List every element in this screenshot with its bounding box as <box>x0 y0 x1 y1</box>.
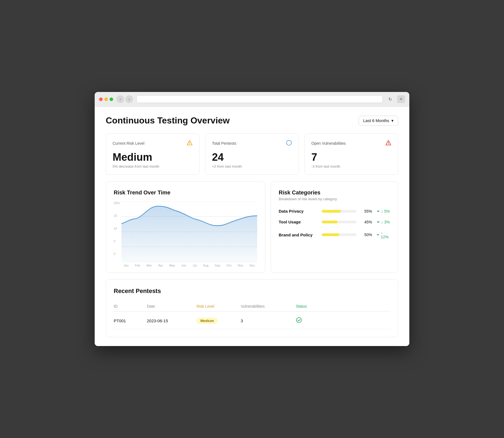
risk-card-label: Current Risk Level <box>113 141 144 146</box>
svg-point-1 <box>189 144 190 145</box>
cell-vulnerabilities: 3 <box>241 318 296 323</box>
x-label-jan: Jan <box>124 264 129 267</box>
svg-point-2 <box>287 140 291 145</box>
browser-dots <box>99 97 113 101</box>
x-label-nov: Nov <box>238 264 243 267</box>
risk-cat-label-tool-usage: Tool Usage <box>279 220 317 224</box>
risk-bar-container-brand-policy <box>322 233 357 236</box>
time-filter-dropdown[interactable]: Last 6 Months ▾ <box>359 116 398 126</box>
checkmark-circle-icon <box>296 317 302 323</box>
risk-categories-title: Risk Categories <box>279 189 390 196</box>
browser-window: ‹ › ↻ + Continuous Testing Overview Last… <box>95 92 409 346</box>
risk-categories-subtitle: Breakdown of risk levels by category <box>279 197 390 201</box>
risk-bar-tool-usage <box>322 221 338 223</box>
trend-area <box>121 206 257 262</box>
current-risk-card: Current Risk Level Medium 5% decrease fr… <box>106 133 200 175</box>
refresh-button[interactable]: ↻ <box>386 95 394 103</box>
page-content: Continuous Testing Overview Last 6 Month… <box>95 107 409 346</box>
x-label-mar: Mar <box>147 264 152 267</box>
x-label-apr: Apr <box>158 264 163 267</box>
svg-point-10 <box>296 318 301 323</box>
recent-pentests-title: Recent Pentests <box>114 287 390 295</box>
back-button[interactable]: ‹ <box>116 95 124 103</box>
svg-point-4 <box>388 144 389 145</box>
risk-pct-data-privacy: 55% <box>361 209 372 213</box>
card-header-vuln: Open Vulnerabilities <box>311 140 391 147</box>
risk-pct-tool-usage: 45% <box>361 220 372 224</box>
risk-cat-label-brand-policy: Brand and Policy <box>279 233 317 237</box>
browser-nav: ‹ › <box>116 95 133 103</box>
risk-trend-chart-area: 20% 15 10 5 0 <box>114 201 257 262</box>
risk-badge-medium: Medium <box>197 318 218 324</box>
table-header: ID Date Risk Level Vulnerabilities Statu… <box>114 301 390 312</box>
x-label-feb: Feb <box>135 264 140 267</box>
x-label-sep: Sep <box>215 264 220 267</box>
circle-outline-icon <box>286 140 292 147</box>
risk-bar-brand-policy <box>322 233 339 236</box>
risk-bar-container-tool-usage <box>322 221 357 223</box>
warning-triangle-icon <box>187 140 193 147</box>
x-label-may: May <box>169 264 175 267</box>
cell-status <box>296 317 340 324</box>
x-label-dec: Dec <box>250 264 255 267</box>
time-filter-label: Last 6 Months <box>363 118 389 123</box>
col-header-date: Date <box>147 304 197 308</box>
total-pentests-card: Total Pentests 24 +2 from last month <box>205 133 299 175</box>
page-header: Continuous Testing Overview Last 6 Month… <box>106 115 398 126</box>
x-label-jul: Jul <box>193 264 197 267</box>
forward-button[interactable]: › <box>125 95 133 103</box>
risk-trend-chart-card: Risk Trend Over Time 20% 15 10 5 0 <box>106 181 265 273</box>
risk-trend-title: Risk Trend Over Time <box>114 189 257 196</box>
col-header-risk: Risk Level <box>197 304 241 308</box>
vuln-card-sub: -3 from last month <box>311 164 391 168</box>
chart-x-labels: Jan Feb Mar Apr May Jun Jul Aug Sep Oct … <box>114 264 257 267</box>
risk-cat-row-tool-usage: Tool Usage 45% ↓ 3% <box>279 220 390 224</box>
vuln-card-value: 7 <box>311 151 391 163</box>
pentests-card-label: Total Pentests <box>212 141 236 146</box>
risk-categories-card: Risk Categories Breakdown of risk levels… <box>271 181 398 273</box>
risk-change-data-privacy: ↓ 5% <box>376 209 390 213</box>
risk-cat-row-brand-policy: Brand and Policy 50% ↓ 12% <box>279 230 390 239</box>
new-tab-button[interactable]: + <box>397 95 405 103</box>
risk-cat-label-data-privacy: Data Privacy <box>279 209 317 213</box>
x-label-aug: Aug <box>203 264 209 267</box>
card-header-pentests: Total Pentests <box>212 140 292 147</box>
recent-pentests-card: Recent Pentests ID Date Risk Level Vulne… <box>106 279 398 337</box>
col-header-vuln: Vulnerabilities <box>241 304 296 308</box>
warning-triangle-red-icon <box>385 140 391 147</box>
charts-row: Risk Trend Over Time 20% 15 10 5 0 <box>106 181 398 273</box>
risk-cat-row-data-privacy: Data Privacy 55% ↓ 5% <box>279 209 390 213</box>
risk-card-sub: 5% decrease from last month <box>113 164 193 168</box>
risk-pct-brand-policy: 50% <box>361 233 372 237</box>
risk-bar-container-data-privacy <box>322 210 357 213</box>
close-dot[interactable] <box>99 97 103 101</box>
minimize-dot[interactable] <box>104 97 108 101</box>
risk-change-brand-policy: ↓ 12% <box>376 230 390 239</box>
pentests-card-sub: +2 from last month <box>212 164 292 168</box>
address-bar[interactable] <box>136 95 383 103</box>
cell-date: 2023-06-15 <box>147 318 197 323</box>
pentests-card-value: 24 <box>212 151 292 163</box>
risk-change-tool-usage: ↓ 3% <box>376 220 390 224</box>
page-title: Continuous Testing Overview <box>106 115 230 126</box>
risk-card-value: Medium <box>113 151 193 163</box>
risk-bar-data-privacy <box>322 210 341 213</box>
chevron-down-icon: ▾ <box>391 118 394 123</box>
open-vuln-card: Open Vulnerabilities 7 -3 from last mont… <box>304 133 398 175</box>
cell-risk-level: Medium <box>197 318 241 324</box>
col-header-id: ID <box>114 304 147 308</box>
maximize-dot[interactable] <box>110 97 113 101</box>
browser-chrome: ‹ › ↻ + <box>95 92 409 107</box>
cell-id: PT001 <box>114 318 147 323</box>
col-header-status: Status <box>296 304 340 308</box>
x-label-oct: Oct <box>227 264 231 267</box>
metric-cards-row: Current Risk Level Medium 5% decrease fr… <box>106 133 398 175</box>
trend-svg <box>114 201 257 262</box>
table-row: PT001 2023-06-15 Medium 3 <box>114 313 390 329</box>
card-header-risk: Current Risk Level <box>113 140 193 147</box>
x-label-jun: Jun <box>181 264 186 267</box>
vuln-card-label: Open Vulnerabilities <box>311 141 346 146</box>
